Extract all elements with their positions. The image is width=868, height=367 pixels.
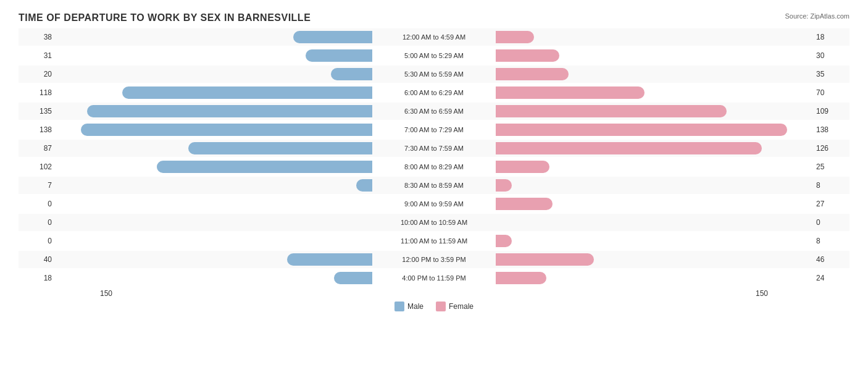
time-label: 12:00 PM to 3:59 PM <box>372 256 496 263</box>
table-row: 1387:00 AM to 7:29 AM138 <box>19 121 849 138</box>
female-bar-area <box>496 177 812 194</box>
male-value: 31 <box>19 51 56 60</box>
male-bar-area <box>56 214 372 231</box>
axis-row: 150 150 <box>19 289 849 298</box>
table-row: 1186:00 AM to 6:29 AM70 <box>19 84 849 101</box>
female-bar-area <box>496 65 812 83</box>
male-value: 7 <box>19 181 56 190</box>
male-bar-area <box>56 158 372 175</box>
male-bar <box>331 68 372 80</box>
male-bar-area <box>56 84 372 101</box>
female-value: 18 <box>812 33 849 41</box>
male-bar <box>334 272 372 284</box>
female-bar-area <box>496 251 812 268</box>
female-bar-area <box>496 121 812 138</box>
time-label: 11:00 AM to 11:59 AM <box>372 237 496 245</box>
time-label: 7:30 AM to 7:59 AM <box>372 145 496 152</box>
female-bar <box>496 86 645 99</box>
male-bar-area <box>56 121 372 138</box>
male-bar-area <box>56 177 372 194</box>
table-row: 877:30 AM to 7:59 AM126 <box>19 140 849 157</box>
female-value: 25 <box>812 162 849 171</box>
male-value: 118 <box>19 88 56 97</box>
female-value: 0 <box>812 218 849 227</box>
female-bar <box>496 142 762 154</box>
male-value: 18 <box>19 274 56 282</box>
female-value: 24 <box>812 274 849 282</box>
table-row: 78:30 AM to 8:59 AM8 <box>19 177 849 194</box>
table-row: 1028:00 AM to 8:29 AM25 <box>19 158 849 175</box>
male-bar-area <box>56 47 372 64</box>
male-bar <box>87 105 372 117</box>
female-value: 109 <box>812 107 849 116</box>
male-value: 40 <box>19 255 56 264</box>
male-bar <box>287 253 373 266</box>
female-value: 27 <box>812 200 849 208</box>
table-row: 1356:30 AM to 6:59 AM109 <box>19 103 849 120</box>
male-bar-area <box>56 269 372 287</box>
female-bar-area <box>496 28 812 46</box>
male-bar <box>293 31 372 43</box>
time-label: 8:00 AM to 8:29 AM <box>372 163 496 171</box>
male-bar <box>122 86 372 99</box>
table-row: 315:00 AM to 5:29 AM30 <box>19 47 849 64</box>
legend-male-label: Male <box>407 302 424 311</box>
female-bar-area <box>496 195 812 213</box>
table-row: 4012:00 PM to 3:59 PM46 <box>19 251 849 268</box>
axis-right-label: 150 <box>751 289 849 298</box>
female-value: 8 <box>812 237 849 245</box>
table-row: 3812:00 AM to 4:59 AM18 <box>19 28 849 46</box>
female-value: 138 <box>812 125 849 134</box>
time-label: 7:00 AM to 7:29 AM <box>372 126 496 133</box>
male-bar <box>81 124 372 136</box>
female-bar-area <box>496 47 812 64</box>
male-bar-area <box>56 103 372 120</box>
male-bar-area <box>56 195 372 213</box>
time-label: 9:00 AM to 9:59 AM <box>372 200 496 208</box>
time-label: 6:30 AM to 6:59 AM <box>372 108 496 115</box>
female-bar-area <box>496 84 812 101</box>
male-value: 87 <box>19 144 56 153</box>
legend-male: Male <box>394 302 424 311</box>
female-bar <box>496 31 534 43</box>
male-bar-area <box>56 28 372 46</box>
female-bar-area <box>496 158 812 175</box>
male-bar-area <box>56 232 372 250</box>
female-bar <box>496 272 546 284</box>
male-bar-area <box>56 140 372 157</box>
time-label: 5:30 AM to 5:59 AM <box>372 70 496 78</box>
legend-male-icon <box>394 302 404 311</box>
chart-area: 3812:00 AM to 4:59 AM18315:00 AM to 5:29… <box>19 28 849 287</box>
table-row: 205:30 AM to 5:59 AM35 <box>19 65 849 83</box>
legend: Male Female <box>19 302 849 311</box>
legend-female-icon <box>436 302 446 311</box>
female-bar <box>496 161 549 173</box>
female-bar <box>496 49 559 62</box>
time-label: 5:00 AM to 5:29 AM <box>372 52 496 59</box>
male-bar <box>306 49 372 62</box>
female-value: 70 <box>812 88 849 97</box>
female-value: 126 <box>812 144 849 153</box>
male-bar-area <box>56 65 372 83</box>
time-label: 10:00 AM to 10:59 AM <box>372 219 496 226</box>
male-bar <box>157 161 372 173</box>
chart-container: TIME OF DEPARTURE TO WORK BY SEX IN BARN… <box>0 0 868 367</box>
female-bar-area <box>496 103 812 120</box>
female-value: 8 <box>812 181 849 190</box>
female-value: 30 <box>812 51 849 60</box>
female-value: 46 <box>812 255 849 264</box>
chart-title: TIME OF DEPARTURE TO WORK BY SEX IN BARN… <box>19 12 849 23</box>
female-bar-area <box>496 232 812 250</box>
table-row: 184:00 PM to 11:59 PM24 <box>19 269 849 287</box>
legend-female-label: Female <box>449 302 474 311</box>
male-value: 20 <box>19 70 56 78</box>
female-bar-area <box>496 214 812 231</box>
male-bar <box>356 179 372 192</box>
female-bar <box>496 235 512 247</box>
table-row: 011:00 AM to 11:59 AM8 <box>19 232 849 250</box>
male-value: 138 <box>19 125 56 134</box>
legend-female: Female <box>436 302 474 311</box>
source-text: Source: ZipAtlas.com <box>785 12 849 20</box>
male-bar <box>188 142 372 154</box>
female-bar-area <box>496 140 812 157</box>
